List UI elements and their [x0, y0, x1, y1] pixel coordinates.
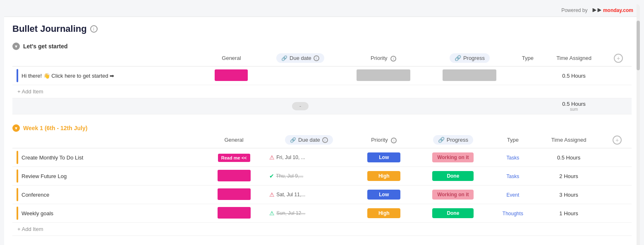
priority-cell[interactable]: High — [353, 204, 415, 223]
row-extra-cell — [603, 148, 632, 167]
s2-col-header-type: Type — [491, 132, 535, 148]
s2-add-column-btn[interactable]: + — [613, 136, 622, 145]
section-week1: ▼ Week 1 (6th - 12th July) General — [12, 124, 632, 236]
col-header-progress[interactable]: 🔗 Progress — [426, 50, 512, 67]
s2-progress-col-btn[interactable]: 🔗 Progress — [433, 135, 473, 145]
col-header-time-assigned: Time Assigned — [543, 50, 605, 67]
general-cell[interactable]: Read me << — [203, 148, 265, 167]
due-date-value: ⚠ Sun, Jul 12... — [269, 210, 348, 216]
col-header-type: Type — [513, 50, 543, 67]
due-date-value: ⚠ Sat, Jul 11,... — [269, 191, 348, 198]
add-item-btn[interactable]: + Add Item — [12, 85, 632, 98]
sum-time-label: sum — [547, 107, 601, 112]
progress-badge[interactable]: Done — [432, 171, 474, 181]
progress-badge[interactable]: Working on it — [432, 190, 474, 200]
add-item-row[interactable]: + Add Item — [12, 223, 632, 236]
type-cell[interactable]: Tasks — [491, 148, 535, 167]
table-row: Weekly goals ⚠ Sun, Jul 12... High Done … — [12, 204, 632, 223]
page-info-icon[interactable]: i — [90, 25, 98, 33]
priority-badge[interactable]: High — [367, 171, 400, 181]
sum-time-value: 0.5 Hours — [547, 101, 601, 107]
type-cell — [513, 67, 543, 85]
section1-header: ▼ Let's get started — [12, 43, 632, 50]
table-row: Hi there! 👋 Click here to get started ➡ — [12, 67, 632, 85]
due-date-col-btn[interactable]: 🔗 Due date i — [276, 53, 324, 63]
progress-cell[interactable]: Working on it — [415, 148, 491, 167]
row-extra-cell — [605, 67, 632, 85]
general-color-cell[interactable] — [218, 207, 251, 219]
general-cell[interactable] — [203, 204, 265, 223]
due-date-cell: ⚠ Sun, Jul 12... — [265, 204, 352, 223]
progress-link-icon: 🔗 — [455, 55, 461, 61]
due-date-cell: ✔ Thu, Jul 9,... — [265, 167, 352, 186]
row-name-cell: Create Monthly To Do List — [12, 148, 203, 167]
add-item-row[interactable]: + Add Item — [12, 85, 632, 98]
section2-table: General 🔗 Due date i Priority — [12, 132, 632, 236]
due-date-info-icon[interactable]: i — [314, 55, 319, 61]
s2-priority-info-icon[interactable]: i — [391, 138, 397, 143]
check-icon: ✔ — [269, 173, 274, 179]
table-row: Review Future Log ✔ Thu, Jul 9,... High … — [12, 167, 632, 186]
col-header-priority: Priority i — [340, 50, 426, 67]
table-row: Create Monthly To Do List Read me << ⚠ F… — [12, 148, 632, 167]
scrollbar-thumb[interactable] — [637, 21, 640, 70]
col-add-btn[interactable]: + — [605, 50, 632, 67]
row-name-cell: Weekly goals — [12, 204, 203, 223]
general-cell[interactable] — [203, 186, 265, 204]
type-link[interactable]: Tasks — [507, 174, 520, 179]
s2-col-header-progress[interactable]: 🔗 Progress — [415, 132, 491, 148]
s2-due-date-info-icon[interactable]: i — [322, 137, 328, 143]
progress-cell[interactable]: Done — [415, 204, 491, 223]
type-link[interactable]: Event — [507, 192, 520, 198]
section2-toggle[interactable]: ▼ — [12, 124, 20, 132]
add-item-btn[interactable]: + Add Item — [12, 223, 632, 236]
progress-col-btn[interactable]: 🔗 Progress — [450, 53, 490, 63]
s2-col-header-time-assigned: Time Assigned — [535, 132, 603, 148]
general-cell[interactable] — [203, 167, 265, 186]
priority-badge[interactable]: High — [367, 208, 400, 218]
scrollbar-track[interactable] — [637, 4, 640, 245]
row-item-name: Conference — [22, 192, 49, 198]
priority-cell[interactable]: Low — [353, 148, 415, 167]
type-link[interactable]: Tasks — [507, 155, 520, 161]
progress-cell[interactable]: Done — [415, 167, 491, 186]
progress-badge[interactable]: Working on it — [432, 152, 474, 162]
add-column-btn[interactable]: + — [614, 54, 623, 63]
page-title: Bullet Journaling — [12, 24, 87, 34]
general-color-cell[interactable] — [218, 188, 251, 200]
progress-cell[interactable]: Working on it — [415, 186, 491, 204]
col-header-due-date[interactable]: 🔗 Due date i — [260, 50, 340, 67]
priority-cell[interactable]: High — [353, 167, 415, 186]
link-icon: 🔗 — [281, 55, 287, 61]
section1-toggle[interactable]: ▼ — [12, 43, 20, 50]
section1-table-wrapper: General 🔗 Due date i Priority — [12, 50, 632, 114]
general-color-cell[interactable] — [215, 69, 248, 81]
type-cell[interactable]: Thoughts — [491, 204, 535, 223]
type-link[interactable]: Thoughts — [503, 211, 523, 216]
s2-col-add-btn[interactable]: + — [603, 132, 632, 148]
type-cell[interactable]: Event — [491, 186, 535, 204]
priority-cell[interactable]: Low — [353, 186, 415, 204]
general-label-cell[interactable]: Read me << — [218, 154, 250, 162]
progress-empty-cell — [443, 69, 496, 81]
alert-icon: ⚠ — [269, 154, 275, 161]
time-assigned-cell: 1 Hours — [535, 204, 603, 223]
sum-extra-cell — [605, 98, 632, 114]
priority-info-icon[interactable]: i — [390, 56, 396, 62]
sum-dash-btn[interactable]: - — [292, 102, 309, 110]
due-date-text: Sun, Jul 12... — [276, 210, 305, 216]
sum-priority-cell — [340, 98, 426, 114]
priority-badge[interactable]: Low — [367, 152, 400, 162]
s2-link-icon: 🔗 — [290, 137, 296, 143]
row-item-name: Review Future Log — [22, 173, 67, 179]
general-cell[interactable] — [203, 67, 260, 85]
s2-col-header-due-date[interactable]: 🔗 Due date i — [265, 132, 352, 148]
s2-due-date-col-btn[interactable]: 🔗 Due date i — [285, 135, 333, 145]
sum-due-date-cell[interactable]: - — [260, 98, 340, 114]
general-color-cell[interactable] — [218, 170, 251, 181]
section1-table: General 🔗 Due date i Priority — [12, 50, 632, 114]
priority-badge[interactable]: Low — [367, 190, 400, 200]
type-cell[interactable]: Tasks — [491, 167, 535, 186]
progress-badge[interactable]: Done — [432, 208, 474, 218]
section2-header: ▼ Week 1 (6th - 12th July) — [12, 124, 632, 132]
